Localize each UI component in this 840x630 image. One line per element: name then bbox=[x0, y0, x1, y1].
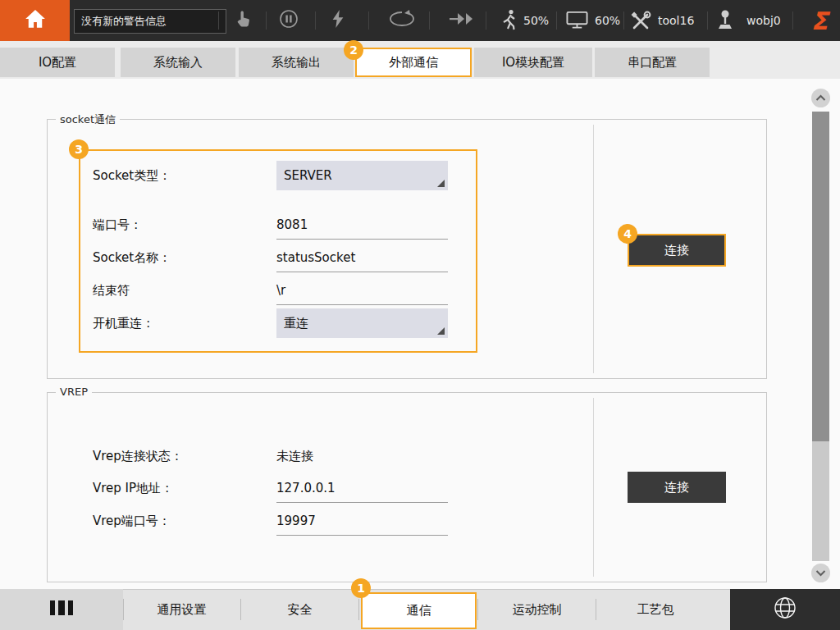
tab-external-comm[interactable]: 外部通信 bbox=[355, 48, 472, 77]
reconnect-value: 重连 bbox=[284, 316, 308, 331]
vrep-status-text: 未连接 bbox=[276, 449, 313, 464]
vrep-status-label: Vrep连接状态： bbox=[93, 441, 183, 471]
tab-system-output[interactable]: 系统输出 bbox=[239, 48, 354, 77]
power-button[interactable] bbox=[322, 0, 354, 41]
divider bbox=[593, 125, 594, 373]
badge-number: 2 bbox=[349, 43, 358, 57]
tab-io-module-config[interactable]: IO模块配置 bbox=[474, 48, 592, 77]
scroll-down-button[interactable] bbox=[810, 563, 831, 583]
dropdown-corner-icon bbox=[437, 180, 445, 187]
dropdown-corner-icon bbox=[437, 327, 445, 335]
nav-label: 安全 bbox=[288, 602, 313, 618]
port-label: 端口号： bbox=[93, 210, 142, 240]
vrep-port-label: Vrep端口号： bbox=[93, 506, 171, 536]
scrollbar-track[interactable] bbox=[812, 441, 829, 561]
monitor-percent: 60% bbox=[595, 14, 620, 27]
connect-button-label: 连接 bbox=[664, 243, 689, 258]
vrep-group-title: VREP bbox=[56, 386, 92, 398]
separator bbox=[315, 11, 316, 30]
loop-icon bbox=[388, 10, 416, 31]
speed-status[interactable]: 50% bbox=[500, 0, 549, 41]
step-mode-button[interactable] bbox=[445, 0, 478, 41]
separator bbox=[623, 11, 624, 30]
home-icon bbox=[23, 7, 48, 34]
tool-label: tool16 bbox=[658, 14, 694, 27]
tab-label: IO配置 bbox=[39, 55, 76, 71]
tab-label: IO模块配置 bbox=[502, 55, 564, 71]
runner-icon bbox=[500, 9, 517, 33]
hand-icon bbox=[234, 9, 252, 32]
connect-button-label: 连接 bbox=[664, 480, 689, 495]
step-badge-1: 1 bbox=[351, 578, 371, 598]
joystick-icon bbox=[715, 9, 735, 33]
nav-communication[interactable]: 通信 bbox=[361, 592, 477, 629]
scrollbar-thumb[interactable] bbox=[812, 112, 829, 441]
tab-label: 系统输入 bbox=[153, 55, 203, 71]
monitor-icon bbox=[566, 11, 588, 31]
bolt-icon bbox=[330, 8, 346, 33]
nav-safety[interactable]: 安全 bbox=[241, 589, 358, 630]
socket-type-value: SERVER bbox=[284, 168, 332, 183]
scroll-up-button[interactable] bbox=[810, 88, 831, 108]
separator bbox=[486, 11, 486, 30]
robot-pendant-screen: 没有新的警告信息 bbox=[0, 0, 840, 630]
separator bbox=[707, 11, 708, 30]
nav-label: 工艺包 bbox=[637, 602, 674, 618]
loop-mode-button[interactable] bbox=[384, 0, 420, 41]
wobj-label: wobj0 bbox=[746, 14, 781, 27]
socket-connect-button[interactable]: 连接 bbox=[628, 234, 726, 267]
nav-general-settings[interactable]: 通用设置 bbox=[123, 589, 240, 630]
alert-text: 没有新的警告信息 bbox=[81, 14, 167, 29]
language-globe-button[interactable] bbox=[730, 589, 840, 630]
logo-text: Σ bbox=[811, 7, 829, 35]
port-input[interactable]: 8081 bbox=[276, 210, 448, 240]
tab-system-input[interactable]: 系统输入 bbox=[121, 48, 235, 77]
tab-label: 系统输出 bbox=[272, 55, 321, 71]
home-button[interactable] bbox=[0, 0, 70, 41]
vrep-connect-button[interactable]: 连接 bbox=[628, 472, 726, 503]
wobj-selector[interactable]: wobj0 bbox=[715, 0, 781, 41]
separator bbox=[358, 599, 359, 620]
config-tab-bar: IO配置 系统输入 系统输出 外部通信 IO模块配置 串口配置 bbox=[0, 41, 840, 79]
tool-selector[interactable]: tool16 bbox=[630, 0, 694, 41]
apps-menu-button[interactable] bbox=[0, 589, 123, 630]
tab-serial-config[interactable]: 串口配置 bbox=[595, 48, 710, 77]
reconnect-label: 开机重连： bbox=[93, 308, 154, 338]
reconnect-dropdown[interactable]: 重连 bbox=[276, 308, 448, 338]
separator bbox=[218, 11, 219, 30]
vrep-port-value: 19997 bbox=[276, 514, 316, 528]
nav-label: 通用设置 bbox=[158, 602, 207, 618]
tab-label: 串口配置 bbox=[628, 55, 677, 71]
socket-group-title: socket通信 bbox=[56, 112, 120, 127]
tab-io-config[interactable]: IO配置 bbox=[0, 48, 115, 77]
hand-mode-button[interactable] bbox=[226, 0, 259, 41]
vrep-ip-input[interactable]: 127.0.0.1 bbox=[276, 473, 448, 503]
step-badge-3: 3 bbox=[69, 139, 89, 159]
socket-name-label: Socket名称： bbox=[93, 243, 171, 272]
nav-process-package[interactable]: 工艺包 bbox=[596, 589, 714, 630]
step-badge-4: 4 bbox=[618, 224, 637, 244]
port-value: 8081 bbox=[276, 217, 308, 232]
divider bbox=[593, 398, 594, 577]
pause-button[interactable] bbox=[271, 0, 307, 41]
vrep-ip-value: 127.0.0.1 bbox=[276, 481, 336, 495]
badge-number: 3 bbox=[75, 143, 83, 156]
terminator-value: \r bbox=[276, 283, 285, 298]
socket-name-value: statusSocket bbox=[276, 250, 355, 265]
socket-name-input[interactable]: statusSocket bbox=[276, 243, 448, 272]
socket-type-dropdown[interactable]: SERVER bbox=[276, 161, 448, 190]
separator bbox=[266, 11, 267, 30]
separator bbox=[429, 11, 430, 30]
tools-icon bbox=[630, 9, 651, 33]
separator bbox=[792, 11, 793, 30]
sigma-logo-icon: Σ bbox=[801, 0, 838, 41]
terminator-input[interactable]: \r bbox=[276, 276, 448, 305]
vrep-port-input[interactable]: 19997 bbox=[276, 506, 448, 536]
socket-type-label: Socket类型： bbox=[93, 161, 171, 190]
pause-icon bbox=[278, 8, 299, 33]
monitor-status[interactable]: 60% bbox=[566, 0, 620, 41]
alert-message-box: 没有新的警告信息 bbox=[74, 9, 226, 34]
nav-label: 通信 bbox=[407, 603, 431, 619]
vrep-ip-label: Vrep IP地址： bbox=[93, 473, 173, 503]
nav-motion-control[interactable]: 运动控制 bbox=[478, 589, 596, 630]
